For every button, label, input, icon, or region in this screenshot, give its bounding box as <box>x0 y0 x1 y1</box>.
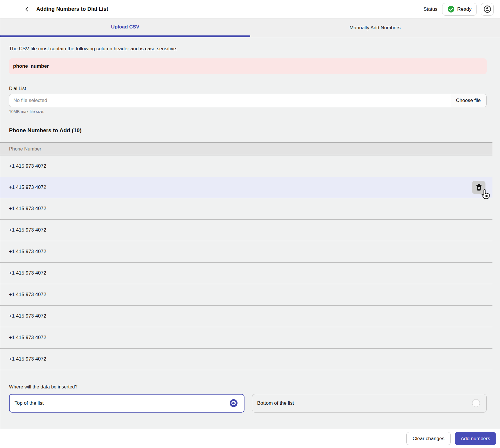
required-header-box: phone_number <box>9 58 487 74</box>
user-icon <box>483 5 491 13</box>
option-bottom-label: Bottom of the list <box>257 400 294 406</box>
table-row[interactable]: +1 415 973 4072 <box>0 284 492 306</box>
phone-number-cell: +1 415 973 4072 <box>9 335 46 341</box>
menu-icon[interactable] <box>7 7 14 12</box>
tab-upload-csv[interactable]: Upload CSV <box>0 19 250 37</box>
phone-number-cell: +1 415 973 4072 <box>9 206 46 212</box>
avatar-button[interactable] <box>481 3 494 16</box>
table-row[interactable]: +1 415 973 4072 <box>0 327 492 349</box>
option-top-of-list[interactable]: Top of the list <box>9 394 244 413</box>
phone-number-column-header: Phone Number <box>9 146 41 152</box>
back-chevron-icon[interactable] <box>24 6 31 13</box>
status-check-icon <box>447 6 455 13</box>
table-body: +1 415 973 4072+1 415 973 4072 +1 415 97… <box>0 155 492 370</box>
option-bottom-of-list[interactable]: Bottom of the list <box>252 394 487 413</box>
add-numbers-button[interactable]: Add numbers <box>455 432 496 445</box>
file-picker: Choose file <box>9 94 487 107</box>
phone-number-cell: +1 415 973 4072 <box>9 184 46 190</box>
status-badge[interactable]: Ready <box>442 3 477 16</box>
insert-position-question: Where will the data be inserted? <box>9 384 500 390</box>
phone-number-cell: +1 415 973 4072 <box>9 292 46 298</box>
radio-selected-icon[interactable] <box>230 399 238 407</box>
option-top-label: Top of the list <box>15 400 44 406</box>
clear-changes-button[interactable]: Clear changes <box>406 432 451 445</box>
upload-csv-panel: The CSV file must contain the following … <box>0 37 500 413</box>
table-row[interactable]: +1 415 973 4072 <box>0 349 492 370</box>
dial-list-label: Dial List <box>9 86 500 91</box>
trash-icon <box>475 183 483 191</box>
phone-number-cell: +1 415 973 4072 <box>9 227 46 233</box>
required-header-value: phone_number <box>13 63 49 69</box>
table-row[interactable]: +1 415 973 4072 <box>0 241 492 263</box>
file-size-hint: 10MB max file size. <box>9 109 500 114</box>
phone-number-cell: +1 415 973 4072 <box>9 249 46 255</box>
footer-action-bar: Clear changes Add numbers <box>0 429 500 448</box>
table-row[interactable]: +1 415 973 4072 <box>0 263 492 284</box>
page-title: Adding Numbers to Dial List <box>36 6 108 12</box>
header-right: Status Ready <box>424 3 494 16</box>
csv-instruction: The CSV file must contain the following … <box>9 46 487 52</box>
status-value: Ready <box>457 6 472 12</box>
status-label: Status <box>424 6 438 12</box>
table-header-row: Phone Number <box>0 142 492 155</box>
phone-number-cell: +1 415 973 4072 <box>9 356 46 362</box>
file-input[interactable] <box>9 94 450 107</box>
phone-numbers-table: Phone Number +1 415 973 4072+1 415 973 4… <box>0 142 492 370</box>
table-row[interactable]: +1 415 973 4072 <box>0 177 492 198</box>
phone-number-cell: +1 415 973 4072 <box>9 270 46 276</box>
phone-number-cell: +1 415 973 4072 <box>9 313 46 319</box>
table-row[interactable]: +1 415 973 4072 <box>0 220 492 241</box>
app-header: Adding Numbers to Dial List Status Ready <box>0 0 500 19</box>
phone-number-cell: +1 415 973 4072 <box>9 163 46 169</box>
tab-manually-add-numbers[interactable]: Manually Add Numbers <box>250 19 500 37</box>
table-row[interactable]: +1 415 973 4072 <box>0 155 492 177</box>
choose-file-button[interactable]: Choose file <box>450 94 487 107</box>
table-row[interactable]: +1 415 973 4072 <box>0 306 492 327</box>
insert-position-options: Top of the list Bottom of the list <box>9 394 487 413</box>
delete-row-button[interactable] <box>472 181 485 194</box>
radio-unselected-icon[interactable] <box>472 399 480 407</box>
table-row[interactable]: +1 415 973 4072 <box>0 198 492 220</box>
phone-numbers-heading: Phone Numbers to Add (10) <box>9 127 500 134</box>
tab-bar: Upload CSV Manually Add Numbers <box>0 19 500 37</box>
